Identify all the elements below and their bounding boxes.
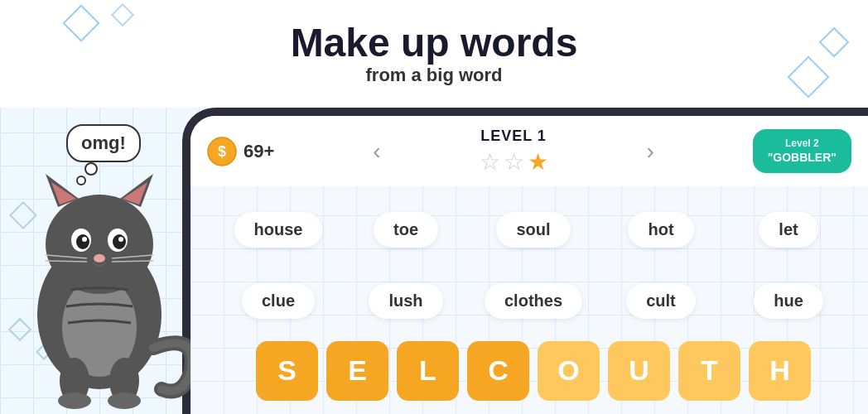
nav-left-arrow[interactable]: ‹	[360, 138, 393, 165]
word-pill-house[interactable]: house	[234, 212, 323, 248]
word-pill-toe[interactable]: toe	[374, 212, 438, 248]
star-2: ☆	[504, 148, 524, 176]
tile-E[interactable]: E	[326, 341, 388, 401]
svg-point-11	[76, 234, 89, 249]
stars-row: ☆ ☆ ★	[480, 148, 548, 176]
svg-point-22	[58, 392, 91, 409]
svg-line-17	[46, 261, 87, 262]
tile-S[interactable]: S	[256, 341, 318, 401]
cat-area: omg!	[0, 108, 215, 414]
svg-line-19	[112, 261, 153, 262]
coin-count: 69+	[244, 141, 274, 162]
coin-area: $ 69+	[207, 137, 274, 166]
word-pill-soul[interactable]: soul	[496, 212, 570, 248]
panel-inner: $ 69+ ‹ LEVEL 1 ☆ ☆ ★ › Level 2 "GOBBLE	[190, 116, 868, 414]
svg-point-15	[94, 254, 105, 262]
next-level-title: Level 2	[768, 137, 837, 151]
svg-point-12	[113, 234, 126, 249]
word-pill-clothes[interactable]: clothes	[485, 283, 582, 319]
word-pill-lush[interactable]: lush	[369, 283, 442, 319]
level-label: LEVEL 1	[480, 128, 547, 145]
tile-C[interactable]: C	[467, 341, 529, 401]
next-level-name: "GOBBLER"	[768, 150, 837, 165]
star-3: ★	[528, 148, 548, 176]
panel-header: $ 69+ ‹ LEVEL 1 ☆ ☆ ★ › Level 2 "GOBBLE	[190, 116, 868, 186]
tile-U[interactable]: U	[608, 341, 670, 401]
tile-L[interactable]: L	[397, 341, 459, 401]
tile-O[interactable]: O	[538, 341, 600, 401]
word-pill-let[interactable]: let	[759, 212, 817, 248]
main-title: Make up words	[291, 22, 578, 65]
words-area: house toe soul hot let clue lush clothes…	[207, 190, 860, 339]
svg-point-23	[108, 392, 141, 409]
svg-text:$: $	[218, 143, 226, 160]
svg-point-13	[82, 237, 87, 242]
word-pill-hot[interactable]: hot	[628, 212, 693, 248]
word-pill-cult[interactable]: cult	[626, 283, 696, 319]
tile-H[interactable]: H	[749, 341, 811, 401]
svg-point-4	[46, 195, 153, 294]
sub-title: from a big word	[366, 65, 503, 86]
word-pill-hue[interactable]: hue	[754, 283, 823, 319]
nav-right-arrow[interactable]: ›	[634, 138, 666, 165]
level-center: LEVEL 1 ☆ ☆ ★	[480, 128, 548, 176]
tile-T[interactable]: T	[678, 341, 740, 401]
svg-point-14	[118, 237, 123, 242]
word-pill-clue[interactable]: clue	[242, 283, 315, 319]
cat-svg	[8, 116, 190, 414]
game-panel: $ 69+ ‹ LEVEL 1 ☆ ☆ ★ › Level 2 "GOBBLE	[182, 108, 868, 414]
tiles-row: S E L C O U T H	[207, 339, 860, 402]
star-1: ☆	[480, 148, 500, 176]
next-level-button[interactable]: Level 2 "GOBBLER"	[753, 129, 851, 174]
